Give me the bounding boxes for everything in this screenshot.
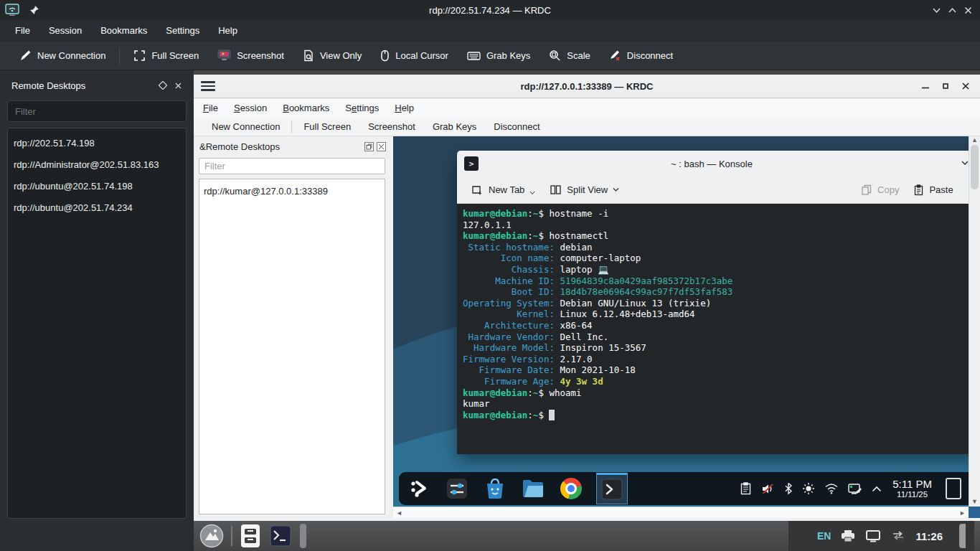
new-tab-icon [471, 184, 484, 196]
inner-titlebar[interactable]: rdp://127.0.0.1:33389 — KRDC [194, 75, 980, 98]
copy-icon [861, 184, 872, 196]
close-panel-icon[interactable] [174, 82, 182, 90]
display-tray-icon[interactable] [865, 529, 881, 542]
outer-filter-input[interactable] [7, 100, 187, 122]
outer-sidebar-title: Remote Desktops [11, 80, 85, 91]
inner-close-button[interactable] [961, 82, 970, 90]
show-desktop-button[interactable] [946, 478, 961, 499]
connection-item[interactable]: rdp://202.51.74.198 [8, 133, 186, 154]
close-panel-icon[interactable] [377, 142, 386, 151]
scroll-up-arrow[interactable]: ▲ [969, 136, 980, 143]
inner-screenshot-button[interactable]: Screenshot [359, 118, 424, 136]
paste-button[interactable]: Paste [906, 179, 960, 201]
new-connection-button[interactable]: New Connection [10, 44, 115, 67]
float-panel-icon[interactable] [364, 142, 374, 151]
host-clock[interactable]: 11:26 [915, 530, 943, 542]
hamburger-menu-icon[interactable] [201, 79, 215, 93]
volume-muted-icon[interactable] [761, 483, 775, 495]
inner-menu-help[interactable]: Help [387, 99, 422, 118]
inner-minimize-button[interactable] [921, 82, 930, 90]
outer-menu-session[interactable]: Session [39, 20, 91, 42]
host-scrollbar-thumb[interactable] [959, 524, 966, 548]
full-screen-button[interactable]: Full Screen [124, 44, 208, 67]
connection-item[interactable]: rdp://ubuntu@202.51.74.198 [8, 176, 186, 197]
local-cursor-button[interactable]: Local Cursor [371, 44, 458, 67]
network-disconnected-icon[interactable] [890, 530, 906, 542]
inner-maximize-button[interactable] [941, 82, 950, 90]
disconnect-icon [609, 50, 621, 62]
inner-menu-file[interactable]: File [195, 99, 226, 118]
tray-expand-chevron-icon[interactable] [872, 486, 882, 492]
outer-titlebar: rdp://202.51.74.234 — KRDC [0, 0, 980, 20]
view-only-button[interactable]: View Only [293, 44, 371, 67]
terminal-app-icon[interactable] [270, 525, 291, 547]
taskbar-slider[interactable] [300, 524, 306, 548]
outer-menu-help[interactable]: Help [209, 20, 247, 42]
outer-connection-list: rdp://202.51.74.198 rdp://Administrator@… [7, 128, 187, 519]
close-button[interactable] [960, 2, 976, 18]
maximize-button[interactable] [944, 2, 960, 18]
inner-menu-session[interactable]: Session [226, 99, 275, 118]
screenshot-icon [217, 50, 231, 62]
remote-desktop-view[interactable]: rdp://127.0.0.1:33389 — KRDC File Sessio… [194, 70, 980, 551]
split-view-button[interactable]: Split View [542, 179, 626, 201]
distro-logo-icon[interactable] [199, 524, 224, 548]
clipboard-tray-icon[interactable] [740, 482, 752, 495]
inner-menu-settings[interactable]: Settings [337, 99, 387, 118]
system-settings-icon[interactable] [444, 476, 470, 501]
scroll-down-arrow[interactable]: ▼ [969, 498, 980, 505]
vertical-scrollbar-thumb[interactable] [971, 145, 979, 189]
mouse-icon [380, 50, 390, 62]
pin-icon[interactable] [29, 5, 39, 15]
inner-disconnect-button[interactable]: Disconnect [485, 118, 548, 136]
copy-button[interactable]: Copy [854, 179, 906, 201]
inner-menu-bookmarks[interactable]: Bookmarks [275, 99, 337, 118]
wifi-icon[interactable] [824, 483, 839, 494]
terminal-output[interactable]: kumar@debian:~$ hostname -i127.0.1.1kuma… [457, 204, 969, 454]
konsole-toolbar: New Tab Split View Copy [457, 176, 969, 204]
scale-button[interactable]: Scale [540, 44, 600, 67]
connection-item[interactable]: rdp://Administrator@202.51.83.163 [8, 154, 186, 176]
app-launcher-icon[interactable] [406, 476, 432, 501]
magnifier-icon [549, 50, 561, 62]
inner-sidebar: &Remote Desktops rdp://kumar@127.0.0.1:3… [194, 136, 391, 521]
discover-icon[interactable] [482, 476, 508, 501]
fullscreen-icon [133, 50, 146, 62]
grab-keys-button[interactable]: Grab Keys [458, 44, 540, 67]
inner-filter-input[interactable] [199, 158, 385, 174]
inner-grab-keys-button[interactable]: Grab Keys [424, 118, 485, 136]
keyboard-layout-indicator[interactable]: EN [817, 530, 831, 542]
connection-item[interactable]: rdp://ubuntu@202.51.74.234 [8, 197, 186, 219]
outer-menu-file[interactable]: File [6, 20, 39, 42]
chrome-icon[interactable] [558, 476, 584, 501]
toolbar-separator [291, 121, 292, 133]
konsole-task-button[interactable] [596, 473, 628, 504]
scroll-left-arrow[interactable]: ◄ [396, 509, 402, 517]
minimize-button[interactable] [928, 2, 944, 18]
vertical-scrollbar[interactable]: ▲ ▼ [969, 136, 980, 507]
horizontal-scrollbar[interactable]: ◄ ► [393, 507, 969, 518]
konsole-titlebar[interactable]: > ~ : bash — Konsole [457, 151, 969, 176]
plasma-taskbar: 5:11 PM 11/11/25 [399, 472, 969, 505]
float-panel-icon[interactable] [159, 81, 167, 90]
chevron-down-icon[interactable] [961, 159, 969, 166]
outer-menu-settings[interactable]: Settings [156, 20, 209, 42]
debian-desktop-view[interactable]: > ~ : bash — Konsole New Tab Split View [393, 136, 969, 507]
file-cabinet-icon[interactable] [240, 524, 261, 548]
bluetooth-icon[interactable] [784, 482, 793, 495]
screen-share-icon[interactable] [848, 483, 862, 495]
screenshot-button[interactable]: Screenshot [208, 44, 293, 67]
inner-new-connection-button[interactable]: New Connection [203, 118, 288, 136]
new-tab-button[interactable]: New Tab [464, 179, 542, 201]
plasma-clock[interactable]: 5:11 PM 11/11/25 [892, 478, 932, 499]
find-button[interactable]: Find [961, 179, 969, 201]
file-manager-icon[interactable] [520, 476, 546, 501]
inner-full-screen-button[interactable]: Full Screen [295, 118, 359, 136]
scroll-right-arrow[interactable]: ► [959, 509, 966, 517]
outer-menu-bookmarks[interactable]: Bookmarks [91, 20, 156, 42]
printer-tray-icon[interactable] [840, 529, 856, 542]
disconnect-button[interactable]: Disconnect [600, 44, 682, 67]
connection-item[interactable]: rdp://kumar@127.0.0.1:33389 [199, 183, 385, 200]
terminal-line: Architecture: x86-64 [463, 320, 969, 331]
brightness-icon[interactable] [802, 482, 815, 495]
